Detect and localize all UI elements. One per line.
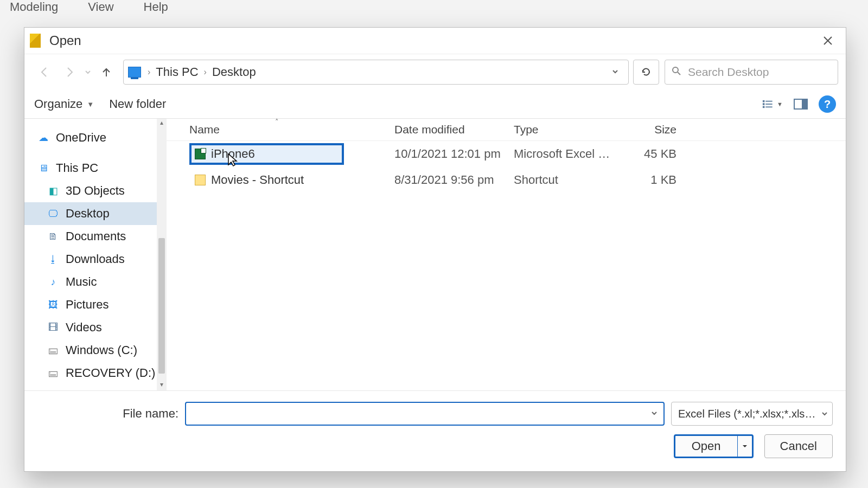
file-size: 45 KB (617, 147, 682, 161)
bg-menu-modeling[interactable]: Modeling (10, 0, 58, 10)
address-dropdown[interactable] (607, 68, 624, 76)
back-button[interactable] (32, 60, 57, 84)
cancel-button[interactable]: Cancel (764, 434, 833, 458)
svg-rect-1 (763, 100, 765, 102)
drive-icon: 🖴 (47, 344, 59, 356)
file-type: Shortcut (514, 173, 617, 187)
file-name-combobox[interactable] (185, 402, 665, 426)
organize-label: Organize (34, 97, 82, 111)
column-date[interactable]: Date modified (394, 123, 514, 136)
file-size: 1 KB (617, 173, 682, 187)
arrow-left-icon (39, 66, 50, 78)
file-name: Movies - Shortcut (211, 173, 304, 187)
dialog-title: Open (49, 33, 815, 48)
file-name-dropdown[interactable] (645, 409, 663, 419)
filter-label: Excel Files (*.xl;*.xlsx;*.xlsm;*.xl (678, 408, 821, 420)
up-button[interactable] (94, 60, 119, 84)
tree-label: RECOVERY (D:) (66, 366, 155, 380)
file-type-filter[interactable]: Excel Files (*.xl;*.xlsx;*.xlsm;*.xl (671, 402, 833, 426)
svg-rect-8 (802, 99, 807, 109)
tree-label: This PC (56, 161, 98, 175)
document-icon: 🗎 (47, 230, 59, 242)
column-type[interactable]: Type (514, 123, 617, 136)
preview-pane-button[interactable] (790, 95, 811, 113)
refresh-button[interactable] (633, 60, 659, 85)
open-button[interactable]: Open (674, 434, 754, 458)
file-rows: iPhone6 10/1/2021 12:01 pm Microsoft Exc… (167, 141, 846, 390)
open-button-split[interactable] (737, 436, 752, 457)
recent-dropdown[interactable] (82, 60, 94, 84)
dialog-bottom: File name: Excel Files (*.xl;*.xlsx;*.xl… (24, 390, 846, 471)
chevron-down-icon (612, 68, 618, 75)
svg-point-0 (673, 67, 678, 73)
tree-label: 3D Objects (66, 184, 125, 198)
search-icon (672, 66, 681, 78)
tree-label: Documents (66, 229, 126, 243)
dialog-titlebar: Open (24, 28, 846, 54)
chevron-down-icon (742, 444, 748, 449)
help-button[interactable]: ? (819, 95, 836, 113)
organize-menu[interactable]: Organize ▼ (34, 97, 94, 111)
file-name-label: File name: (37, 407, 178, 421)
tree-desktop[interactable]: 🖵 Desktop (24, 202, 166, 225)
column-headers: ˄ Name Date modified Type Size (167, 119, 846, 141)
file-row[interactable]: iPhone6 10/1/2021 12:01 pm Microsoft Exc… (167, 141, 846, 167)
pc-icon: 🖥 (37, 162, 49, 174)
address-bar[interactable]: › This PC › Desktop (123, 60, 629, 85)
tree-onedrive[interactable]: ☁ OneDrive (24, 126, 166, 149)
tree-label: Desktop (66, 207, 110, 221)
file-row[interactable]: Movies - Shortcut 8/31/2021 9:56 pm Shor… (167, 167, 846, 193)
column-name[interactable]: Name (167, 123, 394, 136)
breadcrumb-desktop[interactable]: Desktop (208, 65, 260, 79)
svg-rect-4 (765, 101, 772, 102)
scroll-thumb[interactable] (158, 238, 165, 374)
tree-thispc[interactable]: 🖥 This PC (24, 157, 166, 179)
drive-icon: 🖴 (47, 367, 59, 379)
svg-rect-3 (763, 106, 765, 108)
view-mode-button[interactable]: ▼ (762, 95, 783, 113)
file-list-pane: ˄ Name Date modified Type Size iPhone6 1… (167, 119, 846, 390)
tree-documents[interactable]: 🗎 Documents (24, 225, 166, 248)
search-input[interactable] (688, 66, 831, 79)
preview-pane-icon (794, 99, 808, 110)
svg-rect-2 (763, 103, 765, 105)
tree-cdrive[interactable]: 🖴 Windows (C:) (24, 339, 166, 362)
column-size[interactable]: Size (617, 123, 682, 136)
shortcut-file-icon (195, 175, 206, 185)
tree-label: Downloads (66, 252, 125, 266)
close-button[interactable] (815, 28, 840, 54)
dialog-body: ☁ OneDrive 🖥 This PC ◧ 3D Objects 🖵 Desk… (24, 119, 846, 390)
breadcrumb-thispc[interactable]: This PC (151, 65, 202, 79)
tree-pictures[interactable]: 🖼 Pictures (24, 293, 166, 316)
breadcrumb-sep-icon: › (203, 67, 208, 77)
chevron-down-icon: ▼ (87, 100, 94, 108)
tree-music[interactable]: ♪ Music (24, 271, 166, 293)
powerbi-app-icon (30, 34, 41, 48)
file-name-input[interactable] (186, 407, 645, 420)
tree-scrollbar[interactable]: ▴ ▾ (157, 119, 167, 390)
tree-videos[interactable]: 🎞 Videos (24, 316, 166, 339)
dialog-toolbar: Organize ▼ New folder ▼ ? (24, 90, 846, 119)
scroll-down-icon[interactable]: ▾ (157, 381, 167, 390)
tree-recovery[interactable]: 🖴 RECOVERY (D:) (24, 362, 166, 384)
new-folder-button[interactable]: New folder (109, 97, 166, 111)
tree-3dobjects[interactable]: ◧ 3D Objects (24, 179, 166, 202)
music-icon: ♪ (47, 276, 59, 288)
sort-indicator-icon: ˄ (275, 119, 279, 126)
bg-menu-help[interactable]: Help (144, 0, 168, 10)
file-type: Microsoft Excel W… (514, 147, 617, 161)
tree-downloads[interactable]: ⭳ Downloads (24, 248, 166, 271)
tree-label: Windows (C:) (66, 343, 137, 357)
refresh-icon (641, 67, 652, 78)
file-name-row: File name: Excel Files (*.xl;*.xlsx;*.xl… (37, 402, 833, 426)
forward-button[interactable] (57, 60, 82, 84)
breadcrumb-sep-icon: › (146, 67, 151, 77)
bg-menu-view[interactable]: View (88, 0, 113, 10)
scroll-up-icon[interactable]: ▴ (157, 119, 167, 129)
chevron-down-icon (651, 410, 658, 416)
dialog-actions: Open Cancel (37, 434, 833, 458)
search-box[interactable] (665, 60, 838, 85)
navigation-row: › This PC › Desktop (24, 54, 846, 90)
cloud-icon: ☁ (37, 132, 49, 144)
tree-label: Music (66, 275, 97, 289)
